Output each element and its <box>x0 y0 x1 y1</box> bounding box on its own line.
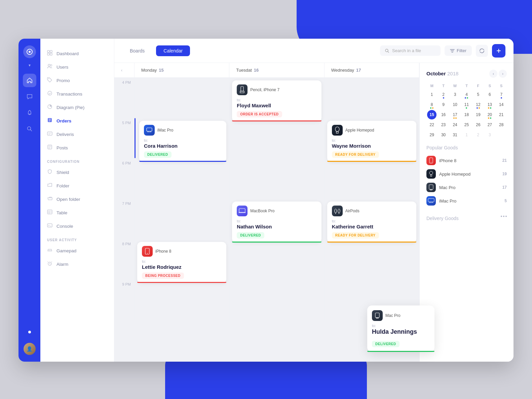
cal-day-25[interactable]: 25 <box>462 120 471 130</box>
filter-button[interactable]: Filter <box>445 45 472 56</box>
home-icon-btn[interactable] <box>23 74 36 87</box>
cal-day-9[interactable]: 9 <box>439 100 448 109</box>
gamepad-icon <box>47 247 52 254</box>
nav-item-dashboard[interactable]: Dashboard <box>40 47 114 60</box>
svg-rect-13 <box>47 132 52 135</box>
order-card-nathan[interactable]: MacBook Pro to: Nathan Wilson DELIVERED <box>232 202 321 243</box>
floating-card-bar <box>367 351 434 352</box>
floating-order-card[interactable]: Mac Pro to: Hulda Jennings DELIVERED <box>367 305 434 352</box>
nav-item-shield[interactable]: Shield <box>40 166 114 179</box>
order-card-katherine[interactable]: AirPods to: Katherine Garrett READY FOR … <box>327 202 416 243</box>
sync-button[interactable] <box>476 45 488 57</box>
tuesday-num: 16 <box>254 68 259 73</box>
nav-item-folder[interactable]: Folder <box>40 179 114 192</box>
nav-item-alarm[interactable]: Alarm <box>40 257 114 271</box>
svg-rect-28 <box>336 132 338 133</box>
cal-day-18[interactable]: 18 <box>462 110 471 119</box>
card-recipient-lettie: Lettie Rodriquez <box>142 264 222 270</box>
search-icon <box>385 48 389 53</box>
calendar-grid: 4 PM 5 PM 6 PM 7 PM 8 PM 9 PM <box>114 78 419 320</box>
user-avatar[interactable]: 👤 <box>24 343 36 355</box>
add-button[interactable] <box>492 44 505 58</box>
cal-day-3[interactable]: 3 <box>450 90 460 99</box>
wednesday-5pm: Apple Homepod to: Wayne Morrison READY F… <box>325 118 419 158</box>
nav-item-posts[interactable]: Posts <box>40 141 114 154</box>
svg-rect-26 <box>239 209 245 212</box>
cal-day-16[interactable]: 16 <box>439 110 448 119</box>
goods-imacpro[interactable]: iMac Pro 5 <box>426 194 507 208</box>
nav-item-orders[interactable]: Orders <box>40 114 114 128</box>
monday-5pm: iMac Pro to: Cora Harrison DELIVERED <box>135 118 229 158</box>
cal-day-23[interactable]: 23 <box>439 120 448 130</box>
cal-day-1[interactable]: 1 <box>427 90 436 99</box>
time-6pm: 6 PM <box>114 158 134 199</box>
avatar-face: 👤 <box>24 343 36 355</box>
cal-day-17[interactable]: 17 <box>450 110 460 119</box>
order-card-wayne[interactable]: Apple Homepod to: Wayne Morrison READY F… <box>327 121 416 162</box>
cal-day-30[interactable]: 30 <box>439 130 448 140</box>
cal-next-btn[interactable]: › <box>499 70 507 78</box>
nav-label-diagram: Diagram (Pie) <box>56 105 84 110</box>
tab-boards[interactable]: Boards <box>122 45 152 56</box>
goods-macpro[interactable]: Mac Pro 17 <box>426 181 507 194</box>
chat-icon-btn[interactable] <box>23 90 36 103</box>
cal-back-arrow[interactable]: ‹ <box>121 68 122 73</box>
card-status-cora: DELIVERED <box>144 151 172 158</box>
cal-day-29[interactable]: 29 <box>427 130 436 140</box>
svg-point-32 <box>431 162 431 162</box>
cal-day-15-today[interactable]: 15 <box>427 110 436 119</box>
goods-homepod[interactable]: Apple Homepod 19 <box>426 167 507 181</box>
cal-day-10[interactable]: 10 <box>450 100 460 109</box>
nav-item-promo[interactable]: Promo <box>40 74 114 87</box>
cal-day-11[interactable]: 11 <box>462 100 471 109</box>
nav-item-table[interactable]: Table <box>40 206 114 219</box>
cal-day-nov-1[interactable]: 1 <box>462 130 471 140</box>
cal-day-13[interactable]: 13 <box>485 100 494 109</box>
cal-day-21[interactable]: 21 <box>497 110 506 119</box>
cal-day-22[interactable]: 22 <box>427 120 436 130</box>
nav-item-diagram[interactable]: Diagram (Pie) <box>40 101 114 114</box>
nav-item-users[interactable]: Users <box>40 60 114 74</box>
cal-prev-btn[interactable]: ‹ <box>489 70 497 78</box>
tab-calendar[interactable]: Calendar <box>156 45 190 56</box>
mini-cal-month-year: October 2018 <box>426 71 458 77</box>
card-recipient-nathan: Nathan Wilson <box>237 224 316 229</box>
cal-day-2[interactable]: 2 <box>439 90 448 99</box>
nav-item-open-folder[interactable]: Open folder <box>40 192 114 206</box>
cal-day-14[interactable]: 14 <box>497 100 506 109</box>
cal-day-8[interactable]: 8 <box>427 100 436 109</box>
cal-day-nov-2[interactable]: 2 <box>473 130 483 140</box>
cal-day-26[interactable]: 26 <box>473 120 483 130</box>
cal-day-6[interactable]: 6 <box>485 90 494 99</box>
cal-day-20[interactable]: 20 <box>485 110 494 119</box>
goods-iphone8[interactable]: iPhone 8 21 <box>426 154 507 167</box>
nav-item-transactions[interactable]: Transactions <box>40 87 114 101</box>
cal-day-5[interactable]: 5 <box>473 90 483 99</box>
cal-day-31[interactable]: 31 <box>450 130 460 140</box>
nav-item-console[interactable]: Console <box>40 219 114 233</box>
nav-item-deliveris[interactable]: Deliveris <box>40 128 114 141</box>
search-icon-btn[interactable] <box>23 122 36 136</box>
search-box[interactable]: Search in a file <box>380 45 441 56</box>
cal-day-4[interactable]: 4 <box>462 90 471 99</box>
tuesday-7pm: MacBook Pro to: Nathan Wilson DELIVERED <box>229 199 324 239</box>
app-logo[interactable] <box>23 45 36 58</box>
cal-day-19[interactable]: 19 <box>473 110 483 119</box>
order-card-floyd[interactable]: Pencil, iPhone 7 to: Floyd Maxwell ORDER… <box>232 80 321 121</box>
nav-label-promo: Promo <box>56 78 70 83</box>
cal-wednesday-header: Wednesday 17 <box>325 63 419 77</box>
nav-item-gamepad[interactable]: Gamepad <box>40 244 114 257</box>
order-card-cora[interactable]: iMac Pro to: Cora Harrison DELIVERED <box>139 121 226 162</box>
bell-icon-btn[interactable] <box>23 106 36 119</box>
iphone8-icon <box>142 246 153 257</box>
order-card-lettie[interactable]: iPhone 8 to: Lettie Rodriquez BEING PROC… <box>137 242 226 283</box>
cal-day-24[interactable]: 24 <box>450 120 460 130</box>
card-product-homepod: Apple Homepod <box>345 128 374 133</box>
cal-day-nov-3[interactable]: 3 <box>485 130 494 140</box>
cal-day-12[interactable]: 12 <box>473 100 483 109</box>
cal-day-28[interactable]: 28 <box>497 120 506 130</box>
mini-cal-header: October 2018 ‹ › <box>426 70 507 78</box>
cal-day-27[interactable]: 27 <box>485 120 494 130</box>
cal-day-7[interactable]: 7 <box>497 90 506 99</box>
monday-column: iMac Pro to: Cora Harrison DELIVERED <box>135 78 229 320</box>
